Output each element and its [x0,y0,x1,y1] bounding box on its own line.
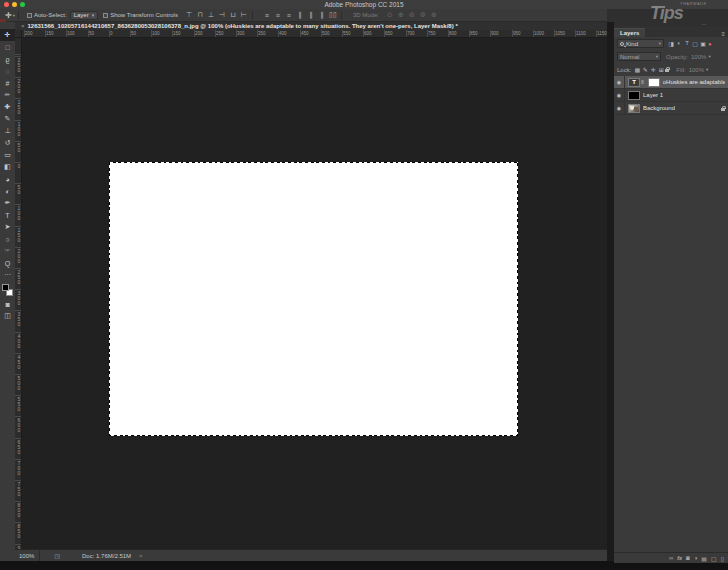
layer-thumbnail[interactable] [628,104,640,113]
align-horizontal-centers-icon[interactable]: ⊔ [228,11,238,19]
status-flyout-icon[interactable]: ◳ [54,552,60,559]
lock-position-icon[interactable]: ✛ [649,66,657,73]
align-left-edges-icon[interactable]: ⊣ [217,11,227,19]
auto-select-checkbox[interactable] [27,13,32,18]
new-adjustment-layer-icon[interactable]: ◑ [694,555,698,561]
new-layer-icon[interactable]: ▢ [711,555,717,562]
layer-thumbnail[interactable]: T [628,78,640,87]
blur-tool[interactable]: ◕ [0,173,15,185]
gradient-tool[interactable]: ◧ [0,161,15,173]
v-ruler-label: 150 [16,227,21,242]
fill-value[interactable]: 100% [689,67,704,73]
path-selection-tool[interactable]: ➤ [0,221,15,233]
clone-stamp-tool[interactable]: ⊥ [0,125,15,137]
auto-select-target-dropdown[interactable]: Layer ▾ [70,11,99,20]
show-transform-checkbox[interactable] [103,13,108,18]
filter-kind-dropdown[interactable]: Kind ▾ [617,39,664,48]
delete-layer-icon[interactable]: ▯ [721,555,724,562]
spot-healing-brush-tool[interactable]: ✚ [0,101,15,113]
3d-pan-icon[interactable]: ⊘ [407,11,417,19]
quick-selection-tool[interactable]: ◌ [0,65,15,77]
align-right-edges-icon[interactable]: ⊢ [239,11,249,19]
document-tab-title: 12631566_10205716144210657_8636280053028… [28,23,458,29]
align-top-edges-icon[interactable]: ⊤ [184,11,194,19]
close-tab-icon[interactable]: × [21,23,25,29]
tool-preset-caret-icon[interactable]: ▾ [13,13,15,18]
pen-tool[interactable]: ✒ [0,197,15,209]
ellipse-tool[interactable]: ○ [0,233,15,245]
horizontal-ruler[interactable]: 2001501005005010015020025030035040045050… [15,30,607,38]
add-layer-mask-icon[interactable]: ◙ [686,555,690,561]
distribute-bottom-edges-icon[interactable]: ≡ [284,12,294,19]
screen-mode-button[interactable]: ◫ [0,310,15,322]
opacity-value[interactable]: 100% [691,54,706,60]
rectangular-marquee-tool[interactable]: □ [0,41,15,53]
layer-visibility-toggle[interactable]: ◉ [614,102,625,114]
canvas-selection[interactable] [109,162,518,436]
3d-roll-icon[interactable]: ⊕ [396,11,406,19]
h-ruler-label: 1150 [597,30,607,35]
3d-mode-buttons-group: ⊙⊕⊘⊚⊛ [385,11,439,19]
lock-transparent-pixels-icon[interactable]: ▦ [633,66,641,73]
status-options-arrow[interactable]: > [139,553,143,559]
filter-pixel-layers-icon[interactable]: ◨ [667,40,675,47]
filter-adjustment-layers-icon[interactable]: ◐ [675,40,683,47]
hand-tool[interactable]: ☞ [0,245,15,257]
link-layers-icon[interactable]: ∞ [669,555,673,561]
lock-icons-group: ▦✎✛⊞ [633,66,665,73]
document-tab-bar[interactable]: × 12631566_10205716144210657_86362800530… [15,22,607,30]
filter-toggle-icon[interactable]: ● [708,41,712,47]
brush-tool[interactable]: ✎ [0,113,15,125]
color-swatches[interactable] [0,283,15,298]
lock-artboard-icon[interactable]: ⊞ [657,66,665,73]
divider [252,11,253,20]
3d-slide-icon[interactable]: ⊚ [418,11,428,19]
type-tool[interactable]: T [0,209,15,221]
layer-visibility-toggle[interactable]: ◉ [614,76,625,88]
history-brush-tool[interactable]: ↺ [0,137,15,149]
align-bottom-edges-icon[interactable]: ⊥ [206,11,216,19]
edit-toolbar[interactable]: ⋯ [0,269,15,281]
h-ruler-label: 50 [89,30,94,35]
dodge-tool[interactable]: ◐ [0,185,15,197]
foreground-color-swatch[interactable] [2,284,9,291]
lock-image-pixels-icon[interactable]: ✎ [641,66,649,73]
ruler-origin-corner[interactable] [15,30,22,38]
lock-all-icon[interactable] [665,69,669,72]
zoom-level-field[interactable]: 100% [15,550,40,561]
layer-row[interactable]: ◉Background [614,102,728,115]
3d-scale-icon[interactable]: ⊛ [429,11,439,19]
filter-smart-objects-icon[interactable]: ▣ [699,40,707,47]
eyedropper-tool[interactable]: ✏ [0,89,15,101]
distribute-vertical-centers-icon[interactable]: ≡ [273,12,283,19]
layer-name: Layer 1 [643,92,663,98]
filter-shape-layers-icon[interactable]: ▢ [691,40,699,47]
layer-visibility-toggle[interactable]: ◉ [614,89,625,101]
3d-orbit-icon[interactable]: ⊙ [385,11,395,19]
distribute-right-edges-icon[interactable]: ∥ [317,11,327,19]
distribute-horizontal-centers-icon[interactable]: ∥ [306,11,316,19]
crop-tool[interactable]: # [0,77,15,89]
zoom-tool[interactable]: Q [0,257,15,269]
new-group-icon[interactable]: ▤ [701,555,707,562]
distribute-left-edges-icon[interactable]: ∥ [295,11,305,19]
quick-mask-button[interactable]: ◙ [0,298,15,310]
move-tool[interactable]: ✛ [0,29,15,41]
layer-thumbnail[interactable] [628,91,640,100]
layer-row[interactable]: ◉T8oHuskies are adaptable... [614,76,728,89]
layers-panel-tab[interactable]: Layers [614,28,645,37]
filter-type-layers-icon[interactable]: T [683,40,691,47]
distribute-spacing-icon[interactable]: ▯▯ [328,11,338,19]
search-icon [620,42,624,46]
vertical-ruler[interactable]: 2502001501005005010015020025030035040045… [15,38,22,549]
lasso-tool[interactable]: ϱ [0,53,15,65]
blend-opacity-row: Normal ▾ Opacity: 100% ▾ [614,50,728,63]
blend-mode-dropdown[interactable]: Normal ▾ [617,52,661,61]
layer-mask-thumbnail[interactable] [648,78,660,87]
mask-link-icon[interactable]: 8 [641,79,644,85]
layer-effects-icon[interactable]: fx [677,555,682,561]
align-vertical-centers-icon[interactable]: ⊓ [195,11,205,19]
eraser-tool[interactable]: ▭ [0,149,15,161]
layer-row[interactable]: ◉Layer 1 [614,89,728,102]
distribute-top-edges-icon[interactable]: ≡ [262,12,272,19]
